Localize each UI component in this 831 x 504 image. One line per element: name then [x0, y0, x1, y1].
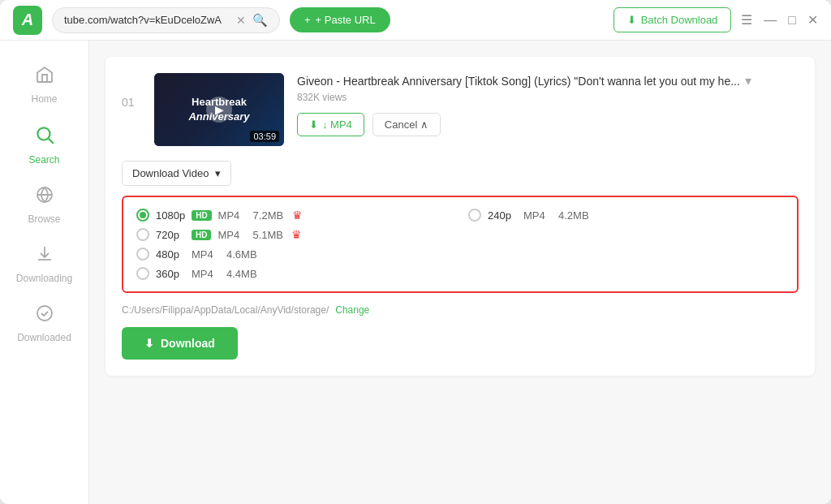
radio-1080p[interactable]: [136, 209, 149, 222]
download-icon: ⬇: [144, 337, 154, 350]
sidebar-item-home[interactable]: Home: [8, 57, 81, 113]
quality-option-240p[interactable]: 240p MP4 4.2MB: [468, 209, 784, 222]
cancel-button[interactable]: Cancel ∧: [372, 113, 441, 136]
url-clear-icon[interactable]: ✕: [236, 14, 246, 27]
format-480p: MP4: [192, 248, 220, 261]
title-dropdown-icon[interactable]: ▾: [745, 73, 751, 88]
minimize-button[interactable]: —: [764, 13, 777, 28]
sidebar-item-downloaded[interactable]: Downloaded: [8, 295, 81, 351]
main-layout: Home Search Browse: [0, 41, 831, 504]
batch-download-label: Batch Download: [641, 14, 718, 26]
crown-icon-1080p: ♛: [292, 209, 303, 222]
dropdown-arrow-icon: ▾: [215, 167, 221, 179]
svg-point-0: [37, 127, 50, 140]
video-views: 832K views: [297, 92, 799, 103]
home-icon: [35, 65, 54, 89]
mp4-icon: ⬇: [309, 118, 318, 131]
radio-240p[interactable]: [468, 209, 481, 222]
quality-option-360p[interactable]: 360p MP4 4.4MB: [136, 267, 452, 280]
download-options-section: Download Video ▾ 1080p: [122, 161, 799, 360]
sidebar-browse-label: Browse: [28, 213, 60, 225]
quality-right-empty2: [468, 248, 784, 261]
change-path-link[interactable]: Change: [335, 304, 369, 316]
url-search-icon[interactable]: 🔍: [252, 13, 268, 28]
close-button[interactable]: ✕: [807, 12, 818, 28]
cancel-label: Cancel ∧: [385, 118, 428, 131]
url-text: tube.com/watch?v=kEuDceloZwA: [64, 14, 230, 26]
video-thumbnail: Heartbreak Anniversary ▶ 03:59: [154, 73, 284, 146]
video-actions: ⬇ ↓ MP4 Cancel ∧: [297, 113, 799, 136]
quality-right-empty3: [468, 267, 784, 280]
menu-icon[interactable]: ☰: [741, 12, 752, 28]
size-1080p: 7.2MB: [253, 209, 286, 222]
size-480p: 4.6MB: [226, 248, 259, 261]
sidebar-item-downloading[interactable]: Downloading: [8, 236, 81, 292]
size-360p: 4.4MB: [226, 268, 259, 280]
format-720p: MP4: [217, 229, 246, 241]
search-icon: [34, 124, 55, 150]
paste-url-label: + Paste URL: [316, 14, 376, 26]
video-number: 01: [122, 96, 141, 109]
downloading-icon: [35, 244, 54, 269]
sidebar-home-label: Home: [31, 93, 57, 105]
storage-row: C:/Users/Filippa/AppData/Local/AnyVid/st…: [122, 304, 799, 316]
titlebar: A tube.com/watch?v=kEuDceloZwA ✕ 🔍 + + P…: [0, 0, 831, 41]
sidebar: Home Search Browse: [0, 41, 89, 504]
url-bar[interactable]: tube.com/watch?v=kEuDceloZwA ✕ 🔍: [52, 7, 280, 33]
format-360p: MP4: [192, 268, 220, 280]
play-button[interactable]: ▶: [206, 97, 232, 123]
quality-grid: 1080p HD MP4 7.2MB ♛ 240p: [122, 196, 799, 293]
download-type-select: Download Video ▾: [122, 161, 799, 186]
content-area: 01 Heartbreak Anniversary ▶ 03:59: [89, 41, 831, 504]
app-logo: A: [13, 6, 42, 35]
sidebar-item-search[interactable]: Search: [8, 116, 81, 174]
sidebar-item-browse[interactable]: Browse: [8, 177, 81, 233]
video-title: Giveon - Heartbreak Anniversary [Tiktok …: [297, 73, 799, 88]
hd-badge-720p: HD: [192, 230, 211, 240]
batch-download-icon: ⬇: [627, 14, 636, 26]
paste-url-button[interactable]: + + Paste URL: [290, 7, 390, 32]
radio-720p[interactable]: [136, 228, 149, 241]
downloaded-icon: [35, 304, 54, 328]
video-info: Giveon - Heartbreak Anniversary [Tiktok …: [297, 73, 799, 136]
maximize-button[interactable]: □: [788, 13, 796, 28]
quality-label-1080p: 1080p: [156, 209, 185, 222]
video-row: 01 Heartbreak Anniversary ▶ 03:59: [122, 73, 799, 146]
size-240p: 4.2MB: [558, 209, 591, 222]
svg-line-1: [48, 139, 53, 144]
quality-label-240p: 240p: [488, 209, 517, 222]
quality-option-720p[interactable]: 720p HD MP4 5.1MB ♛: [136, 228, 452, 241]
quality-option-480p[interactable]: 480p MP4 4.6MB: [136, 248, 452, 261]
hd-badge-1080p: HD: [192, 210, 211, 221]
app-window: A tube.com/watch?v=kEuDceloZwA ✕ 🔍 + + P…: [0, 0, 831, 504]
size-720p: 5.1MB: [252, 229, 285, 241]
quality-right-empty: [468, 228, 784, 241]
mp4-label: ↓ MP4: [322, 118, 352, 131]
crown-icon-720p: ♛: [291, 228, 302, 241]
paste-plus-icon: +: [304, 14, 311, 26]
quality-label-360p: 360p: [156, 268, 185, 280]
mp4-button[interactable]: ⬇ ↓ MP4: [297, 113, 364, 136]
download-type-dropdown[interactable]: Download Video ▾: [122, 161, 231, 186]
window-controls: ☰ — □ ✕: [741, 12, 818, 28]
batch-download-button[interactable]: ⬇ Batch Download: [614, 7, 732, 32]
quality-label-480p: 480p: [156, 248, 185, 261]
browse-icon: [35, 185, 54, 209]
quality-option-1080p[interactable]: 1080p HD MP4 7.2MB ♛: [136, 209, 452, 222]
main-card: 01 Heartbreak Anniversary ▶ 03:59: [105, 57, 815, 376]
radio-360p[interactable]: [136, 267, 149, 280]
download-type-label: Download Video: [132, 167, 209, 179]
svg-point-3: [37, 306, 52, 321]
download-label: Download: [161, 337, 215, 350]
format-1080p: MP4: [218, 209, 247, 222]
video-duration: 03:59: [250, 131, 279, 142]
download-button[interactable]: ⬇ Download: [122, 327, 238, 360]
radio-480p[interactable]: [136, 248, 149, 261]
sidebar-downloading-label: Downloading: [16, 273, 72, 284]
format-240p: MP4: [523, 209, 552, 222]
storage-path: C:/Users/Filippa/AppData/Local/AnyVid/st…: [122, 304, 329, 316]
sidebar-search-label: Search: [28, 154, 59, 166]
sidebar-downloaded-label: Downloaded: [17, 332, 71, 343]
quality-label-720p: 720p: [156, 229, 185, 241]
